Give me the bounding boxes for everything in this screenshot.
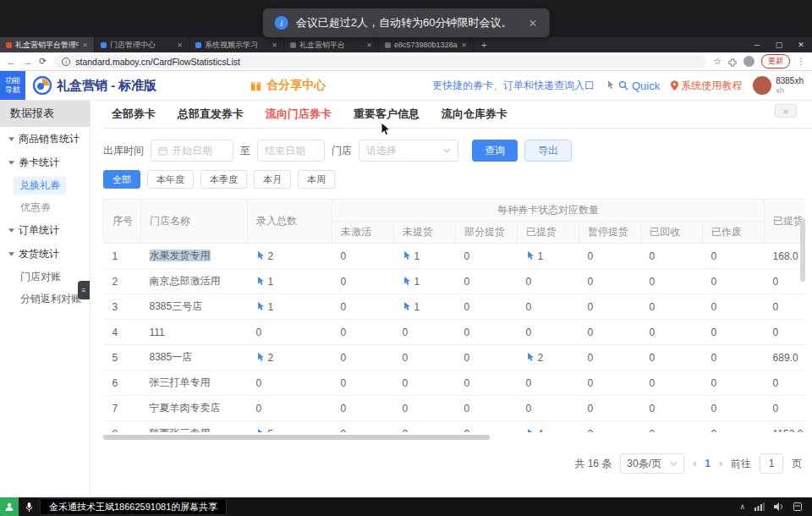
close-window-button[interactable]: ✕: [790, 41, 812, 49]
function-nav-button[interactable]: 功能 导航: [0, 71, 25, 100]
speaker-icon[interactable]: [774, 502, 784, 511]
close-icon[interactable]: ✕: [528, 17, 537, 30]
cell-status-count[interactable]: 1: [394, 244, 456, 269]
browser-tab[interactable]: 礼盒营销平台管理中心 ✕: [0, 37, 95, 52]
goto-page-input[interactable]: 1: [760, 453, 783, 474]
cell-status-count: 0: [641, 269, 703, 294]
profile-avatar[interactable]: [743, 56, 754, 67]
maximize-button[interactable]: ▢: [768, 41, 790, 49]
current-page[interactable]: 1: [705, 458, 710, 469]
tab-close-icon[interactable]: ✕: [177, 41, 183, 49]
new-tab-button[interactable]: +: [474, 37, 494, 52]
cell-status-count: 0: [332, 269, 394, 294]
store-select[interactable]: 请选择: [359, 140, 458, 162]
next-page-button[interactable]: ›: [719, 458, 722, 469]
share-center-link[interactable]: 合分享中心: [250, 78, 326, 93]
browser-tab[interactable]: 门店管理中心 ✕: [95, 37, 189, 52]
cell-total-count[interactable]: 5: [248, 421, 332, 433]
cell-status-count: 0: [456, 396, 518, 421]
col-header-status: 未激活: [332, 222, 394, 244]
horizontal-scrollbar[interactable]: [103, 435, 490, 440]
chip-this-year[interactable]: 本年度: [147, 170, 194, 189]
chip-all[interactable]: 全部: [103, 170, 140, 189]
sidebar-item-shipping-stats[interactable]: 发货统计: [0, 242, 90, 266]
tab-close-icon[interactable]: ✕: [272, 41, 277, 49]
sidebar-item-rebate-reconciliation[interactable]: 分销返利对账: [0, 288, 90, 310]
tutorial-link[interactable]: 系统使用教程: [671, 79, 742, 93]
col-header-store: 门店名称: [141, 200, 248, 244]
prev-page-button[interactable]: ‹: [693, 458, 696, 469]
panel-collapse-button[interactable]: »: [775, 104, 797, 118]
cell-total-count[interactable]: 1: [248, 269, 332, 294]
tab-close-icon[interactable]: ✕: [366, 41, 372, 49]
cell-status-count[interactable]: 4: [518, 421, 579, 433]
cell-status-count[interactable]: 1: [518, 244, 579, 269]
cell-status-count[interactable]: 1: [394, 269, 456, 294]
cell-total-count[interactable]: 2: [248, 345, 332, 371]
sidebar-item-discount-coupon[interactable]: 优惠券: [0, 196, 90, 218]
page-size-select[interactable]: 30条/页: [620, 453, 684, 474]
reload-button[interactable]: ⟳: [39, 56, 47, 67]
start-date-input[interactable]: 开始日期: [151, 140, 233, 162]
vertical-scrollbar[interactable]: [800, 221, 805, 282]
sidebar-item-exchange-coupon[interactable]: 兑换礼券: [0, 174, 90, 196]
cell-status-count: 0: [394, 320, 456, 345]
site-info-icon[interactable]: i: [62, 58, 70, 66]
cell-status-count: 0: [394, 371, 456, 396]
tab-key-customer-info[interactable]: 重要客户信息: [354, 107, 420, 122]
cell-store-name: 张三打单专用: [141, 371, 248, 396]
network-icon[interactable]: [754, 502, 765, 511]
tab-hq-direct-cards[interactable]: 总部直发券卡: [178, 107, 244, 122]
cell-index: 4: [104, 320, 141, 345]
sidebar-item-store-reconciliation[interactable]: 门店对账: [0, 266, 90, 288]
cell-amount: 0: [765, 294, 805, 320]
tab-close-icon[interactable]: ✕: [461, 41, 467, 49]
tab-favicon-icon: [385, 42, 391, 48]
table-row: 8陕西张三专用500040001152.0: [104, 421, 806, 433]
search-button[interactable]: 查询: [472, 140, 518, 162]
cell-total-count[interactable]: 1: [248, 294, 332, 320]
bookmark-star-icon[interactable]: ☆: [713, 56, 721, 67]
sidebar-item-order-stats[interactable]: 订单统计: [0, 218, 90, 242]
tab-close-icon[interactable]: ✕: [82, 41, 88, 49]
col-header-status: 已作废: [703, 222, 765, 244]
sidebar-item-label: 兑换礼券: [14, 177, 66, 195]
quick-search-button[interactable]: Quick: [606, 80, 660, 92]
cell-status-count[interactable]: 2: [518, 345, 579, 371]
tab-store-flow-cards[interactable]: 流向门店券卡: [266, 107, 332, 122]
sidebar-item-card-stats[interactable]: 券卡统计: [0, 151, 90, 174]
browser-tab[interactable]: 礼盒营销平台 ✕: [284, 37, 379, 52]
notification-icon[interactable]: [793, 502, 802, 511]
tab-warehouse-flow-cards[interactable]: 流向仓库券卡: [442, 107, 508, 122]
chip-this-quarter[interactable]: 本季度: [200, 170, 247, 189]
tab-all-cards[interactable]: 全部券卡: [112, 107, 156, 122]
col-header-status: 已提货: [518, 222, 579, 244]
browser-tab[interactable]: 系统视频示学习 ✕: [189, 37, 284, 52]
chip-this-month[interactable]: 本月: [254, 170, 291, 189]
cell-amount: 168.0: [765, 244, 805, 269]
user-menu[interactable]: 8385xh xh: [753, 76, 804, 95]
meeting-app-icon[interactable]: [0, 497, 19, 516]
cell-index: 8: [104, 421, 141, 433]
microphone-icon[interactable]: [25, 502, 34, 513]
cell-total-count[interactable]: 2: [248, 244, 332, 269]
sidebar-item-product-sales[interactable]: 商品销售统计: [0, 127, 90, 151]
browser-menu-icon[interactable]: ⋮: [797, 57, 805, 66]
address-bar[interactable]: i standard.maboy.cn/CardFlowStatisticsLi…: [53, 55, 706, 69]
cell-index: 2: [104, 269, 141, 294]
chip-this-week[interactable]: 本周: [298, 170, 335, 189]
window-controls: ─ ▢ ✕: [746, 37, 812, 52]
forward-button[interactable]: →: [23, 57, 32, 67]
tray-chevron-icon[interactable]: ∧: [739, 502, 745, 511]
back-button[interactable]: ←: [7, 57, 16, 67]
minimize-button[interactable]: ─: [746, 41, 768, 49]
extensions-icon[interactable]: [728, 56, 737, 66]
end-date-input[interactable]: 结束日期: [257, 140, 325, 162]
browser-update-button[interactable]: 更新: [761, 54, 790, 69]
export-button[interactable]: 导出: [524, 140, 572, 162]
sidebar-collapse-handle[interactable]: ≡: [78, 281, 90, 299]
cell-status-count[interactable]: 1: [394, 294, 456, 320]
cell-amount: 0: [765, 371, 805, 396]
browser-tab[interactable]: e8c573980b1328a258fd2e6l ✕: [379, 37, 474, 52]
quick-entry-hint: 更快捷的券卡、订单和快递查询入口: [432, 79, 595, 93]
